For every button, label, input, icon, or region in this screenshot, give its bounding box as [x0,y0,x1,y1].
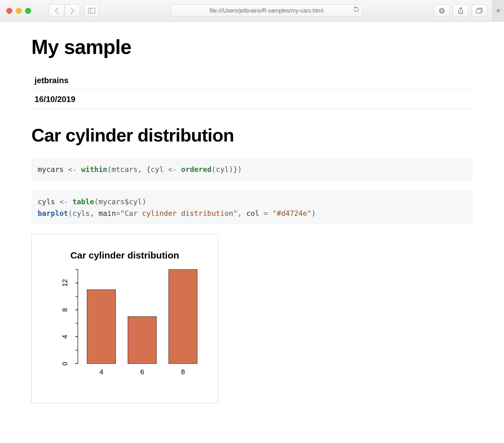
code-token: <- [59,198,68,206]
code-token: within [81,165,107,173]
sidebar-button[interactable] [84,5,99,17]
sidebar-icon [88,8,95,13]
code-token: cyls [38,198,55,206]
svg-rect-0 [88,8,95,13]
forward-button[interactable] [64,5,80,17]
code-token: barplot [38,209,68,217]
plot-container: Car cylinder distribution 04812468 [31,234,218,403]
code-token: ordered [181,165,212,173]
code-token: main [99,209,116,217]
barplot-svg: 04812468 [43,266,206,382]
svg-rect-23 [128,317,156,364]
code-token: table [72,198,94,206]
code-token: , [238,209,246,217]
date-line: 16/10/2019 [31,90,473,109]
svg-text:4: 4 [61,335,69,339]
code-token: "Car cylinder distribution" [120,209,238,217]
chevron-right-icon [70,8,74,14]
svg-rect-21 [87,290,115,364]
downloads-button[interactable] [434,5,450,17]
code-token: "#d4724e" [272,209,312,217]
minimize-window-button[interactable] [16,8,22,14]
new-tab-button[interactable]: + [492,0,504,21]
code-token: <- [168,165,177,173]
svg-text:8: 8 [181,368,185,376]
share-icon [458,7,464,14]
code-token: = [259,209,272,217]
tabs-button[interactable] [472,5,487,17]
zoom-window-button[interactable] [25,8,31,14]
address-bar[interactable]: file:///Users/jetbrains/R-samples/my-car… [170,5,362,17]
code-token: col [246,209,260,217]
nav-buttons [49,5,80,17]
back-button[interactable] [49,5,64,17]
code-token: = [116,209,120,217]
code-token: (mtcars, {cyl [107,165,168,173]
code-block-2: cyls <- table(mycars$cyl) barplot(cyls, … [31,190,473,225]
svg-text:8: 8 [61,308,69,312]
svg-rect-3 [476,9,481,13]
svg-text:0: 0 [61,362,69,366]
plot-title: Car cylinder distribution [35,250,215,261]
tabs-icon [476,8,483,14]
reload-button[interactable] [353,6,359,14]
reload-icon [353,6,359,13]
page-title: My sample [31,35,473,59]
chevron-left-icon [55,8,59,14]
code-token: ) [311,209,316,217]
svg-text:4: 4 [99,368,103,376]
section-heading: Car cylinder distribution [31,125,473,146]
code-block-1: mycars <- within(mtcars, {cyl <- ordered… [31,158,473,181]
share-button[interactable] [453,5,469,17]
code-token: <- [68,165,77,173]
plus-icon: + [496,6,501,16]
code-token: (mycars$cyl) [94,198,146,206]
close-window-button[interactable] [6,8,12,14]
download-icon [439,8,445,14]
svg-text:12: 12 [61,279,69,287]
svg-rect-25 [169,270,197,364]
svg-text:6: 6 [140,368,144,376]
author-line: jetbrains [31,71,473,90]
code-token: (cyl)}) [212,165,242,173]
address-bar-text: file:///Users/jetbrains/R-samples/my-car… [210,8,323,14]
code-token: (cyls, [68,209,99,217]
code-token: mycars [38,165,64,173]
page-content: My sample jetbrains 16/10/2019 Car cylin… [0,22,504,422]
window-controls [6,8,31,14]
toolbar-right: + [434,0,499,21]
browser-toolbar: file:///Users/jetbrains/R-samples/my-car… [0,0,504,22]
